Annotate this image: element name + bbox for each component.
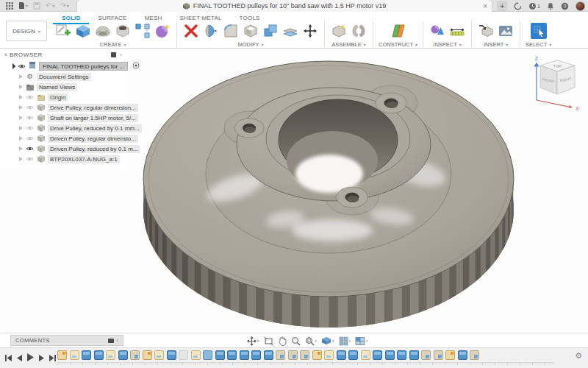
- timeline-feature-extrude[interactable]: [348, 350, 358, 360]
- eye-icon[interactable]: [26, 115, 34, 121]
- timeline-feature-fillet[interactable]: [470, 350, 479, 360]
- expand-arrow-icon[interactable]: [19, 136, 23, 141]
- comments-bar[interactable]: COMMENTS ›: [10, 335, 123, 346]
- zoom-window-icon[interactable]: ▾: [305, 336, 318, 346]
- construction-plane-icon[interactable]: [390, 22, 407, 40]
- undo-icon[interactable]: ↶▾: [46, 2, 54, 10]
- browser-item-label[interactable]: Driven Pulley, reduced by 0.1 m...: [48, 145, 140, 153]
- timeline-feature-construction[interactable]: [191, 350, 201, 360]
- step-back-icon[interactable]: [16, 352, 23, 365]
- browser-item-label[interactable]: Shaft on larger 1.5HP motor, 5/...: [48, 114, 138, 122]
- timeline-feature-extrude[interactable]: [227, 350, 237, 360]
- document-tab[interactable]: FINAL TOOTHED pulleys for 10" band saw w…: [76, 0, 492, 12]
- pan-icon[interactable]: ▾: [247, 336, 259, 346]
- assemble-group-label[interactable]: ASSEMBLE▾: [331, 41, 365, 48]
- timeline-feature-extrude[interactable]: [215, 350, 225, 360]
- canvas-icon[interactable]: [497, 22, 514, 40]
- timeline-feature-fillet[interactable]: [288, 350, 298, 360]
- expand-triangle-icon[interactable]: [10, 63, 15, 68]
- expand-arrow-icon[interactable]: [19, 74, 23, 79]
- browser-item-label[interactable]: Drive Pulley, regular dimension...: [48, 104, 138, 112]
- timeline-feature-construction[interactable]: [106, 350, 115, 360]
- browser-item-label[interactable]: Drive Pulley, reduced by 0.1 mm...: [48, 124, 142, 132]
- move-icon[interactable]: [301, 22, 319, 40]
- timeline-feature-sketch[interactable]: [57, 350, 67, 360]
- timeline-feature-extrude[interactable]: [385, 350, 395, 360]
- zoom-icon[interactable]: [291, 336, 301, 346]
- section-ruler-icon[interactable]: [448, 22, 466, 40]
- step-forward-icon[interactable]: [38, 352, 45, 365]
- create-group-label[interactable]: CREATE▾: [100, 41, 126, 48]
- user-avatar[interactable]: [576, 1, 585, 11]
- timeline-feature-fillet[interactable]: [130, 350, 140, 360]
- panel-expand-icon[interactable]: ›: [120, 52, 122, 58]
- timeline-feature-mirror[interactable]: [203, 350, 212, 360]
- browser-root-item[interactable]: FINAL TOOTHED pulleys for ...: [0, 60, 126, 71]
- job-status-icon[interactable]: 1: [528, 2, 540, 10]
- browser-item-label[interactable]: Named Views: [37, 83, 77, 91]
- expand-arrow-icon[interactable]: [19, 105, 23, 110]
- timeline-feature-extrude[interactable]: [82, 350, 91, 360]
- eye-icon[interactable]: [26, 105, 34, 110]
- eye-icon[interactable]: [26, 146, 34, 152]
- browser-item[interactable]: Drive Pulley, reduced by 0.1 mm...: [0, 123, 126, 133]
- timeline-feature-extrude[interactable]: [94, 350, 104, 360]
- browser-item-label[interactable]: Document Settings: [37, 73, 91, 81]
- inspect-group-label[interactable]: INSPECT▾: [433, 41, 462, 48]
- save-icon[interactable]: [33, 2, 40, 10]
- timeline-options-gear-icon[interactable]: ⚙: [575, 352, 582, 360]
- root-document-label[interactable]: FINAL TOOTHED pulleys for ...: [39, 62, 128, 71]
- browser-item[interactable]: Shaft on larger 1.5HP motor, 5/...: [0, 113, 126, 123]
- file-menu-icon[interactable]: ▾: [18, 1, 28, 10]
- timeline-feature-sketch[interactable]: [143, 350, 152, 360]
- browser-item[interactable]: Driven Pulley, regular dimensio...: [0, 133, 126, 144]
- browser-item-label[interactable]: Driven Pulley, regular dimensio...: [48, 135, 138, 143]
- app-grid-icon[interactable]: [6, 2, 13, 10]
- revolve-icon[interactable]: [94, 22, 112, 40]
- browser-item[interactable]: Named Views: [0, 82, 126, 92]
- modify-group-label[interactable]: MODIFY▾: [237, 41, 263, 48]
- expand-arrow-icon[interactable]: [19, 116, 23, 120]
- inspect-group-label-construct[interactable]: CONSTRUCT▾: [379, 41, 417, 48]
- timeline-feature-construction[interactable]: [324, 350, 334, 360]
- skip-to-end-icon[interactable]: [49, 352, 57, 365]
- hole-icon[interactable]: [114, 22, 132, 40]
- timeline-ruler[interactable]: [57, 362, 554, 365]
- timeline-feature-construction[interactable]: [361, 350, 370, 360]
- browser-item-label[interactable]: BTP20XL037-A-NUG_a:1: [48, 155, 120, 163]
- expand-arrow-icon[interactable]: [19, 157, 23, 161]
- insert-group-label[interactable]: INSERT▾: [484, 41, 508, 48]
- eye-icon[interactable]: [26, 135, 34, 141]
- browser-item[interactable]: ⚙Document Settings: [0, 71, 126, 82]
- close-tab-icon[interactable]: ×: [483, 2, 487, 10]
- timeline-feature-sketch[interactable]: [312, 350, 322, 360]
- notifications-bell-icon[interactable]: [547, 2, 554, 10]
- extrude-icon[interactable]: [74, 22, 92, 40]
- select-icon[interactable]: [530, 22, 548, 40]
- panel-options-icon[interactable]: [111, 52, 116, 57]
- fit-icon[interactable]: [264, 336, 273, 346]
- new-component-icon[interactable]: [330, 22, 348, 40]
- delete-icon[interactable]: [182, 22, 200, 40]
- timeline-feature-fillet[interactable]: [300, 350, 309, 360]
- eye-icon[interactable]: [26, 94, 34, 100]
- shell-icon[interactable]: [242, 22, 259, 40]
- timeline-feature-extrude[interactable]: [373, 350, 382, 360]
- workspace-selector[interactable]: DESIGN▾: [6, 21, 47, 41]
- timeline-feature-sketch[interactable]: [445, 350, 455, 360]
- browser-item[interactable]: BTP20XL037-A-NUG_a:1: [0, 154, 126, 164]
- browser-item-label[interactable]: Origin: [48, 93, 68, 102]
- expand-arrow-icon[interactable]: [19, 146, 23, 151]
- eye-icon[interactable]: [26, 125, 34, 131]
- timeline-feature-extrude[interactable]: [264, 350, 273, 360]
- joint-icon[interactable]: [350, 22, 368, 40]
- timeline-feature-construction[interactable]: [154, 350, 164, 360]
- viewport[interactable]: ‹‹ BROWSER › FINAL TOOTHED pulleys for .…: [0, 49, 588, 333]
- expand-arrow-icon[interactable]: [19, 95, 23, 99]
- form-icon[interactable]: [154, 22, 171, 40]
- timeline-feature-fillet[interactable]: [434, 350, 443, 360]
- timeline-feature-construction[interactable]: [70, 350, 79, 360]
- timeline-feature-fillet[interactable]: [421, 350, 431, 360]
- display-settings-icon[interactable]: ▾: [321, 336, 334, 346]
- insert-derive-icon[interactable]: [477, 22, 495, 40]
